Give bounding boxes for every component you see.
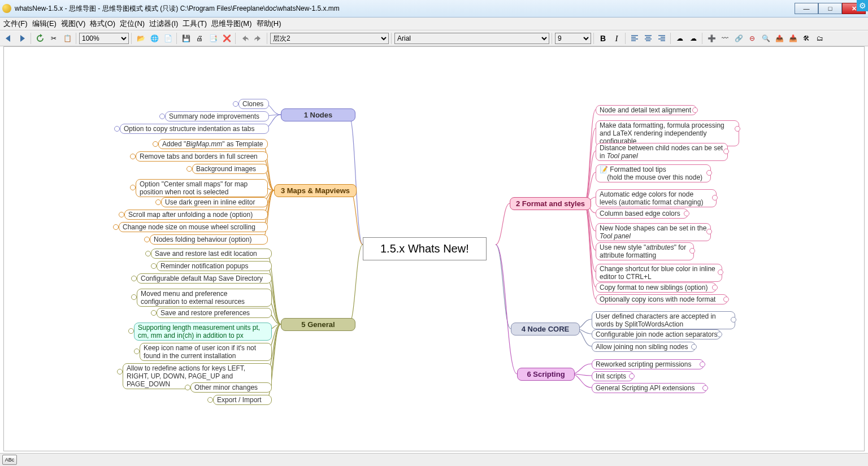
nav-prev-button[interactable] [2, 32, 15, 45]
menu-filter[interactable]: 过滤器(I) [149, 19, 178, 29]
node-add-button[interactable]: ➕ [705, 32, 718, 45]
leaf-b2-2[interactable]: Distance between child nodes can be set … [596, 143, 728, 161]
leaf-b5-1[interactable]: Reminder notification popups [157, 261, 272, 271]
toolbar-refresh-button[interactable] [34, 32, 46, 45]
fold-circle[interactable] [735, 126, 740, 132]
fold-circle[interactable] [128, 328, 134, 334]
leaf-b4-2[interactable]: Allow joining non sibling nodes [592, 342, 696, 352]
cloud-color-button[interactable]: ☁ [687, 32, 700, 45]
leaf-b1-2[interactable]: Option to copy structure indentation as … [120, 124, 269, 134]
leaf-b3-2[interactable]: Background images [192, 164, 268, 174]
fold-circle[interactable] [151, 263, 157, 269]
fold-circle[interactable] [629, 373, 635, 379]
leaf-b5-4[interactable]: Save and restore preferences [157, 308, 272, 318]
fold-circle[interactable] [185, 385, 190, 390]
leaf-b3-5[interactable]: Scroll map after unfolding a node (optio… [124, 210, 268, 220]
align-center-button[interactable] [642, 32, 654, 45]
minimize-button[interactable]: — [795, 3, 818, 14]
leaf-b5-9[interactable]: Export / Import [213, 395, 272, 405]
align-right-button[interactable] [656, 32, 668, 45]
cloud-button[interactable]: ☁ [674, 32, 686, 45]
menu-edit[interactable]: 编辑(E) [32, 19, 57, 29]
spellcheck-button[interactable]: ABc [2, 455, 17, 465]
leaf-b3-3[interactable]: Option "Center small maps" for map posit… [136, 179, 268, 197]
leaf-b1-0[interactable]: Clones [238, 99, 269, 109]
link-edit-button[interactable]: 🔗 [732, 32, 745, 45]
fold-circle[interactable] [113, 224, 119, 230]
leaf-b5-2[interactable]: Configurable default Map Save Directory [137, 273, 272, 284]
fold-circle[interactable] [233, 101, 238, 107]
branch-b6[interactable]: 6 Scripting [517, 368, 575, 381]
style-select[interactable]: 层次2 [270, 33, 389, 44]
menu-view[interactable]: 视图(V) [61, 19, 85, 29]
fold-circle[interactable] [718, 269, 723, 275]
leaf-b3-0[interactable]: Added "BigMap.mm" as Template [158, 139, 268, 149]
fold-circle[interactable] [706, 229, 712, 234]
menu-tools[interactable]: 工具(T) [183, 19, 207, 29]
align-left-button[interactable] [628, 32, 641, 45]
fold-circle[interactable] [207, 397, 213, 403]
leaf-b2-6[interactable]: New Node shapes can be set in the Tool p… [596, 223, 711, 241]
leaf-b3-7[interactable]: Nodes folding behaviour (option) [150, 234, 268, 245]
leaf-b2-8[interactable]: Change shortcut for blue color in inline… [596, 264, 722, 282]
menu-mindmap[interactable]: 思维导图(M) [211, 19, 252, 29]
toolbar-page-button[interactable]: 📑 [207, 32, 219, 45]
leaf-b2-10[interactable]: Optionally copy icons with node format [596, 294, 728, 304]
leaf-b2-3[interactable]: 📝 Formatted tool tips (hold the mouse ov… [596, 164, 711, 182]
leaf-b4-0[interactable]: User defined characters are accepted in … [592, 311, 735, 329]
toolbar-cut-button[interactable]: ✂ [47, 32, 60, 45]
maximize-button[interactable]: □ [818, 3, 842, 14]
branch-b2[interactable]: 2 Format and styles [510, 197, 591, 210]
redo-button[interactable] [252, 32, 264, 45]
fold-circle[interactable] [130, 154, 136, 159]
leaf-b3-6[interactable]: Change node size on mouse wheel scrollin… [119, 222, 268, 232]
menu-help[interactable]: 帮助(H) [257, 19, 281, 29]
fold-circle[interactable] [691, 344, 697, 350]
import-button[interactable]: 📥 [787, 32, 799, 45]
branch-b3[interactable]: 3 Maps & Mapviews [274, 184, 357, 197]
italic-button[interactable]: I [610, 32, 623, 45]
leaf-b6-0[interactable]: Reworked scripting permissions [592, 359, 704, 369]
toolbar-copy-button[interactable]: 📋 [61, 32, 73, 45]
leaf-b5-0[interactable]: Save and restore last edit location [151, 249, 272, 259]
fold-circle[interactable] [186, 166, 192, 172]
fold-circle[interactable] [731, 317, 736, 323]
fold-circle[interactable] [712, 285, 718, 290]
root-node[interactable]: 1.5.x Whats New! [363, 237, 487, 260]
leaf-b2-7[interactable]: Use new style "attributes" for attribute… [596, 242, 694, 260]
fold-circle[interactable] [702, 385, 708, 391]
fold-circle[interactable] [134, 349, 140, 354]
nav-next-button[interactable] [16, 32, 28, 45]
fold-circle[interactable] [117, 369, 123, 374]
fold-circle[interactable] [723, 149, 729, 154]
gear-overlay-icon[interactable]: ⚙ [857, 0, 868, 11]
fold-circle[interactable] [689, 248, 695, 254]
leaf-b2-9[interactable]: Copy format to new siblings (option) [596, 282, 717, 293]
toolbar-open-button[interactable]: 📂 [134, 32, 147, 45]
fold-circle[interactable] [706, 170, 712, 176]
tool-a-button[interactable]: 🛠 [800, 32, 813, 45]
tool-b-button[interactable]: 🗂 [814, 32, 826, 45]
map-canvas[interactable]: 1.5.x Whats New!1 NodesClonesSummary nod… [3, 46, 865, 451]
fold-circle[interactable] [159, 114, 165, 119]
fold-circle[interactable] [131, 294, 137, 300]
leaf-b6-2[interactable]: General Scripting API extensions [592, 383, 707, 393]
fold-circle[interactable] [155, 199, 161, 205]
fold-circle[interactable] [119, 212, 124, 217]
fold-circle[interactable] [684, 211, 689, 216]
leaf-b3-1[interactable]: Remove tabs and borders in full screen [136, 151, 268, 162]
leaf-b2-4[interactable]: Automatic edge colors for node levels (a… [596, 189, 717, 207]
node-remove-button[interactable]: ⊖ [746, 32, 758, 45]
leaf-b5-3[interactable]: Moved menu and preference configuration … [137, 289, 272, 307]
fold-circle[interactable] [144, 237, 150, 242]
fold-circle[interactable] [153, 141, 158, 147]
fold-circle[interactable] [114, 126, 120, 132]
branch-b1[interactable]: 1 Nodes [281, 108, 355, 121]
toolbar-print-button[interactable]: 🖨 [193, 32, 206, 45]
fold-circle[interactable] [712, 195, 718, 201]
fold-circle[interactable] [700, 362, 705, 367]
fold-circle[interactable] [130, 185, 136, 190]
leaf-b5-6[interactable]: Keep icon name of user icon if it's not … [140, 343, 272, 361]
zoom-select[interactable]: 100% [79, 33, 129, 44]
edge-button[interactable]: 〰 [719, 32, 731, 45]
